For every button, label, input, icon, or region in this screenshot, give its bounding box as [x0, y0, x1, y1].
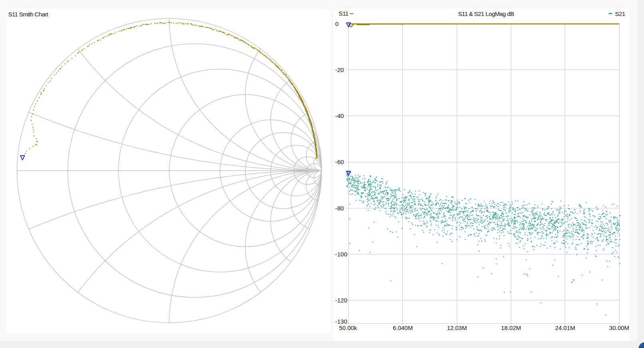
- svg-text:S11 Smith Chart: S11 Smith Chart: [8, 11, 49, 18]
- svg-text:12.03M: 12.03M: [447, 324, 467, 331]
- svg-text:-60: -60: [335, 158, 344, 165]
- svg-text:30.00M: 30.00M: [609, 324, 629, 331]
- svg-text:24.01M: 24.01M: [555, 324, 575, 331]
- svg-text:-40: -40: [335, 112, 344, 119]
- svg-text:-80: -80: [335, 205, 344, 212]
- svg-text:-100: -100: [335, 251, 347, 258]
- svg-text:50.00k: 50.00k: [339, 324, 358, 331]
- svg-text:S21: S21: [615, 10, 625, 17]
- svg-text:S11 & S21 LogMag dB: S11 & S21 LogMag dB: [458, 10, 514, 17]
- svg-text:18.02M: 18.02M: [501, 324, 521, 331]
- svg-text:-20: -20: [335, 66, 344, 73]
- svg-text:S11: S11: [339, 10, 348, 17]
- svg-text:6.040M: 6.040M: [393, 324, 413, 331]
- svg-text:-120: -120: [335, 297, 347, 304]
- svg-text:0: 0: [335, 20, 338, 27]
